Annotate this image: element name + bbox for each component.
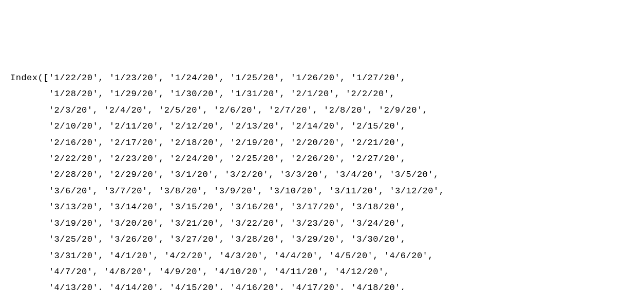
code-output: Index(['1/22/20', '1/23/20', '1/24/20', … <box>10 70 634 290</box>
